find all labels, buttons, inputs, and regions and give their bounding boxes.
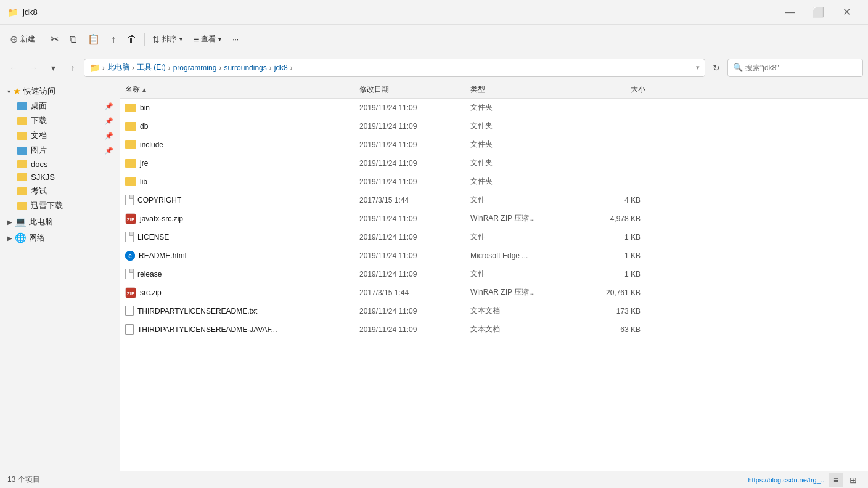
table-row[interactable]: db 2019/11/24 11:09 文件夹 xyxy=(120,117,868,136)
sidebar-quick-access-header[interactable]: ▾ ★ 快速访问 xyxy=(2,84,117,99)
sort-icon: ⇅ xyxy=(152,35,160,44)
svg-text:ZIP: ZIP xyxy=(127,217,135,222)
delete-icon: 🗑 xyxy=(127,34,137,45)
cell-size: 1 KB xyxy=(576,270,650,279)
cell-name: jre xyxy=(120,159,354,168)
path-drive[interactable]: 工具 (E:) xyxy=(137,62,166,73)
file-list: 名称 ▲ 修改日期 类型 大小 bin 2019/11/24 11:09 文件夹 xyxy=(120,81,868,471)
path-surroundings[interactable]: surroundings xyxy=(224,63,266,72)
folder-icon xyxy=(125,122,136,131)
col-header-size[interactable]: 大小 xyxy=(576,81,650,98)
documents-folder-icon xyxy=(17,132,27,140)
view-tiles-button[interactable]: ⊞ xyxy=(846,473,861,487)
cell-name: lib xyxy=(120,177,354,186)
cell-date: 2019/11/24 11:09 xyxy=(354,177,465,186)
path-jdk8[interactable]: jdk8 xyxy=(274,63,288,72)
sort-arrow-icon: ▲ xyxy=(141,86,147,93)
table-row[interactable]: COPYRIGHT 2017/3/15 1:44 文件 4 KB xyxy=(120,191,868,209)
table-row[interactable]: ZIP src.zip 2017/3/15 1:44 WinRAR ZIP 压缩… xyxy=(120,283,868,302)
view-icon: ≡ xyxy=(194,35,199,44)
search-input[interactable] xyxy=(745,63,858,72)
cell-size: 1 KB xyxy=(576,251,650,260)
cell-date: 2019/11/24 11:09 xyxy=(354,325,465,334)
sidebar-item-desktop[interactable]: 桌面 📌 xyxy=(2,99,117,113)
toolbar-separator-1 xyxy=(43,33,43,46)
table-row[interactable]: include 2019/11/24 11:09 文件夹 xyxy=(120,136,868,154)
cell-type: 文件 xyxy=(465,269,576,279)
table-row[interactable]: lib 2019/11/24 11:09 文件夹 xyxy=(120,173,868,191)
cell-name: bin xyxy=(120,104,354,112)
forward-button[interactable]: → xyxy=(25,59,42,76)
cell-type: 文件夹 xyxy=(465,158,576,168)
title-bar-title: jdk8 xyxy=(23,7,776,17)
path-dropdown-arrow[interactable]: ▾ xyxy=(696,63,700,71)
sidebar-network-header[interactable]: ▶ 🌐 网络 xyxy=(2,230,117,245)
network-icon: 🌐 xyxy=(15,232,27,243)
table-row[interactable]: THIRDPARTYLICENSEREADME.txt 2019/11/24 1… xyxy=(120,302,868,320)
sort-button[interactable]: ⇅ 排序 ▾ xyxy=(147,29,187,50)
file-icon xyxy=(125,195,134,205)
minimize-button[interactable]: — xyxy=(776,2,804,22)
maximize-button[interactable]: ⬜ xyxy=(804,2,832,22)
cell-name: THIRDPARTYLICENSEREADME.txt xyxy=(120,306,354,316)
search-box[interactable]: 🔍 xyxy=(727,59,863,77)
sidebar-item-xunlei[interactable]: 迅雷下载 xyxy=(2,198,117,213)
sidebar: ▾ ★ 快速访问 桌面 📌 下载 📌 文档 📌 图片 xyxy=(0,81,120,471)
dropdown-button[interactable]: ▾ xyxy=(44,59,62,76)
cell-name: LICENSE xyxy=(120,232,354,242)
txt-icon xyxy=(125,306,134,316)
table-row[interactable]: e README.html 2019/11/24 11:09 Microsoft… xyxy=(120,246,868,265)
status-link[interactable]: https://blog.csdn.ne/trg_... xyxy=(748,476,826,484)
copy-button[interactable]: ⧉ xyxy=(65,29,81,50)
table-row[interactable]: LICENSE 2019/11/24 11:09 文件 1 KB xyxy=(120,228,868,246)
table-row[interactable]: release 2019/11/24 11:09 文件 1 KB xyxy=(120,265,868,283)
sidebar-item-sjkjs[interactable]: SJKJS xyxy=(2,171,117,184)
table-row[interactable]: jre 2019/11/24 11:09 文件夹 xyxy=(120,154,868,173)
close-button[interactable]: ✕ xyxy=(832,2,861,22)
sidebar-item-documents[interactable]: 文档 📌 xyxy=(2,128,117,143)
sidebar-item-downloads[interactable]: 下载 📌 xyxy=(2,113,117,128)
title-bar-controls: — ⬜ ✕ xyxy=(776,2,861,22)
file-list-header: 名称 ▲ 修改日期 类型 大小 xyxy=(120,81,868,99)
table-row[interactable]: ZIP javafx-src.zip 2019/11/24 11:09 WinR… xyxy=(120,209,868,228)
this-pc-chevron-icon: ▶ xyxy=(7,219,12,226)
cell-date: 2019/11/24 11:09 xyxy=(354,104,465,112)
cut-button[interactable]: ✂ xyxy=(46,29,63,50)
sidebar-this-pc-header[interactable]: ▶ 💻 此电脑 xyxy=(2,214,117,229)
back-button[interactable]: ← xyxy=(5,59,22,76)
cell-type: 文件 xyxy=(465,232,576,242)
cell-name: release xyxy=(120,269,354,279)
sidebar-item-docs[interactable]: docs xyxy=(2,158,117,171)
sidebar-item-pictures[interactable]: 图片 📌 xyxy=(2,143,117,158)
toolbar: ⊕ 新建 ✂ ⧉ 📋 ↑ 🗑 ⇅ 排序 ▾ ≡ 查看 ▾ ··· xyxy=(0,25,868,54)
view-button[interactable]: ≡ 查看 ▾ xyxy=(189,29,226,50)
sidebar-item-kaoshi[interactable]: 考试 xyxy=(2,184,117,198)
path-programming[interactable]: programming xyxy=(173,63,217,72)
pin-icon-desktop: 📌 xyxy=(105,102,113,110)
col-header-name[interactable]: 名称 ▲ xyxy=(120,81,354,98)
address-path[interactable]: 📁 › 此电脑 › 工具 (E:) › programming › surrou… xyxy=(84,59,705,77)
table-row[interactable]: bin 2019/11/24 11:09 文件夹 xyxy=(120,99,868,117)
new-button[interactable]: ⊕ 新建 xyxy=(5,29,40,50)
svg-text:ZIP: ZIP xyxy=(127,291,135,296)
cell-date: 2019/11/24 11:09 xyxy=(354,214,465,223)
path-this-pc[interactable]: 此电脑 xyxy=(107,62,129,73)
status-right: https://blog.csdn.ne/trg_... ≡ ⊞ xyxy=(748,473,861,487)
cell-date: 2019/11/24 11:09 xyxy=(354,233,465,242)
up-button[interactable]: ↑ xyxy=(64,59,81,76)
delete-button[interactable]: 🗑 xyxy=(122,29,142,50)
pin-icon-documents: 📌 xyxy=(105,132,113,140)
cell-name: COPYRIGHT xyxy=(120,195,354,205)
col-header-type[interactable]: 类型 xyxy=(465,81,576,98)
cell-type: 文本文档 xyxy=(465,306,576,316)
cell-type: 文本文档 xyxy=(465,324,576,335)
refresh-button[interactable]: ↻ xyxy=(708,59,725,76)
paste-button[interactable]: 📋 xyxy=(83,29,105,50)
sidebar-this-pc-section: ▶ 💻 此电脑 xyxy=(0,214,120,229)
table-row[interactable]: THIRDPARTYLICENSEREADME-JAVAF... 2019/11… xyxy=(120,320,868,339)
cell-type: 文件夹 xyxy=(465,102,576,113)
more-button[interactable]: ··· xyxy=(227,29,244,50)
col-header-modified[interactable]: 修改日期 xyxy=(354,81,465,98)
share-button[interactable]: ↑ xyxy=(106,29,121,50)
view-details-button[interactable]: ≡ xyxy=(829,473,843,487)
